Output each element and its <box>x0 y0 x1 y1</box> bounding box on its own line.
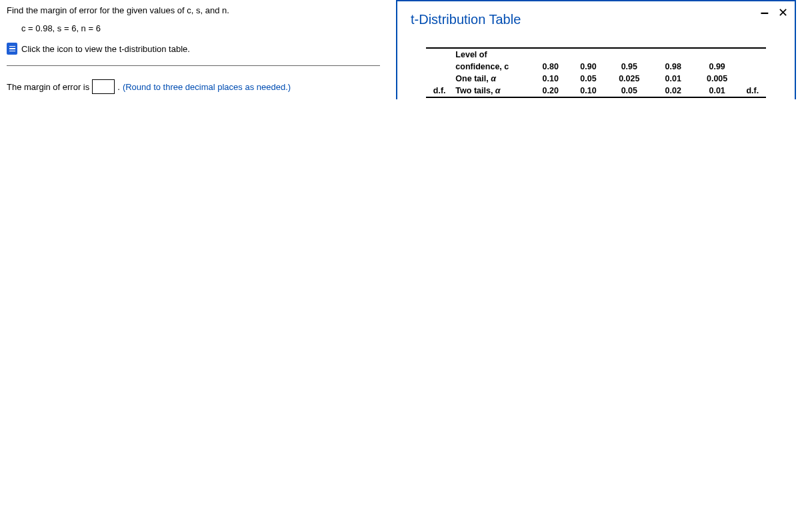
question-text: Find the margin of error for the given v… <box>7 5 380 15</box>
document-icon <box>7 43 17 55</box>
t-header-c-value: 0.99 <box>695 61 739 73</box>
minimize-icon[interactable]: – <box>761 5 769 20</box>
t-header-c-value: 0.80 <box>531 61 569 73</box>
answer-prefix: The margin of error is <box>7 82 89 92</box>
t-value: 3.078 <box>531 97 569 99</box>
t-value: 63.657 <box>695 97 739 99</box>
t-value: 12.706 <box>607 97 651 99</box>
t-value: 31.821 <box>651 97 695 99</box>
modal-title: t-Distribution Table <box>411 12 788 27</box>
view-table-label: Click the icon to view the t-distributio… <box>21 44 190 54</box>
t-header-onetail-value: 0.10 <box>531 73 569 85</box>
t-header-c-value: 0.95 <box>607 61 651 73</box>
answer-suffix: . <box>117 82 120 92</box>
t-header-twotails-value: 0.20 <box>531 85 569 97</box>
t-value: 6.314 <box>569 97 607 99</box>
margin-of-error-input[interactable] <box>92 79 115 94</box>
t-df-head-blank <box>426 48 453 61</box>
t-table: Level ofconfidence, c0.800.900.950.980.9… <box>426 47 766 99</box>
t-header-twotails-value: 0.02 <box>651 85 695 97</box>
t-df-head-right: d.f. <box>739 85 766 97</box>
t-header-confidence: confidence, c <box>453 61 531 73</box>
table-row: 13.0786.31412.70631.82163.6571 <box>426 97 766 99</box>
t-header-onetail-value: 0.025 <box>607 73 651 85</box>
t-header-twotails-value: 0.01 <box>695 85 739 97</box>
t-header-twotails: Two tails, α <box>453 85 531 97</box>
t-header-c-value: 0.90 <box>569 61 607 73</box>
t-header-onetail-value: 0.005 <box>695 73 739 85</box>
t-df-head-left: d.f. <box>426 85 453 97</box>
t-header-level-of: Level of <box>453 48 531 61</box>
t-header-onetail: One tail, α <box>453 73 531 85</box>
t-header-onetail-value: 0.05 <box>569 73 607 85</box>
round-instruction: (Round to three decimal places as needed… <box>123 82 291 92</box>
t-header-onetail-value: 0.01 <box>651 73 695 85</box>
question-panel: Find the margin of error for the given v… <box>0 0 387 99</box>
t-header-twotails-value: 0.05 <box>607 85 651 97</box>
t-header-c-value: 0.98 <box>651 61 695 73</box>
t-df-right: 1 <box>739 97 766 99</box>
view-table-link[interactable]: Click the icon to view the t-distributio… <box>7 43 380 55</box>
question-params: c = 0.98, s = 6, n = 6 <box>21 23 380 33</box>
divider <box>7 65 380 66</box>
t-df-left: 1 <box>426 97 453 99</box>
close-icon[interactable]: ✕ <box>778 7 788 19</box>
t-distribution-modal: – ✕ t-Distribution Table Level ofconfide… <box>396 0 796 99</box>
t-header-twotails-value: 0.10 <box>569 85 607 97</box>
